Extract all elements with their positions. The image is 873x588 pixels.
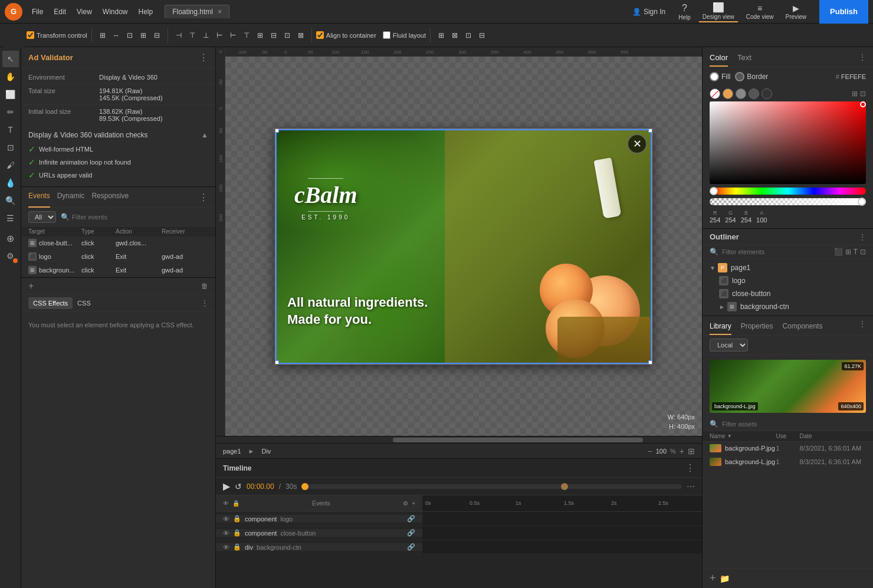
align-tool-4[interactable]: ⊢ [213, 29, 226, 42]
swatch-orange[interactable] [723, 88, 733, 99]
css-tab-effects[interactable]: CSS Effects [28, 297, 73, 309]
transform-control-checkbox[interactable]: Transform control [27, 31, 87, 39]
css-trash-btn[interactable]: 🗑 [201, 282, 208, 290]
zoom-fit[interactable]: ⊞ [688, 446, 695, 456]
assets-add-btn[interactable]: + [710, 572, 716, 584]
swatch-gray[interactable] [736, 88, 746, 99]
swatch-darker[interactable] [762, 88, 772, 99]
align-tool-9[interactable]: ⊡ [281, 29, 294, 42]
align-tool-6[interactable]: ⊤ [240, 29, 253, 42]
assets-folder-btn[interactable]: 📁 [720, 574, 730, 583]
h-scrollbar[interactable] [216, 436, 702, 443]
css-add-btn[interactable]: + [28, 281, 34, 291]
view-tool-2[interactable]: ⊠ [448, 29, 461, 42]
alpha-slider[interactable] [710, 198, 866, 205]
fluid-layout-checkbox[interactable]: Fluid layout [383, 31, 426, 39]
color-tab-text[interactable]: Text [737, 51, 751, 67]
tool-text[interactable]: T [2, 121, 19, 138]
align-container-input[interactable] [316, 31, 324, 39]
swatch-none[interactable] [710, 88, 720, 99]
color-gradient[interactable] [710, 101, 866, 184]
preview-btn[interactable]: ▶ Preview [782, 2, 810, 21]
outliner-menu[interactable]: ⋮ [859, 233, 866, 241]
help-btn[interactable]: ? Help [675, 2, 694, 22]
tree-item-close-button[interactable]: ⬛ close-button [703, 287, 873, 300]
swatch-dark[interactable] [749, 88, 759, 99]
code-view-btn[interactable]: ≡ Code view [743, 2, 777, 21]
assets-search-input[interactable] [722, 421, 866, 428]
timeline-menu[interactable]: ⋮ [685, 462, 695, 474]
align-tool-8[interactable]: ⊟ [267, 29, 280, 42]
events-tab-menu[interactable]: ⋮ [199, 187, 208, 208]
transform-tool-4[interactable]: ⊞ [137, 29, 150, 42]
view-tool-3[interactable]: ⊡ [462, 29, 475, 42]
tool-eyedropper[interactable]: 💧 [2, 175, 19, 191]
track-link-2[interactable]: 🔗 [407, 543, 415, 551]
track-eye-1[interactable]: 👁 [223, 530, 229, 537]
align-tool-7[interactable]: ⊞ [254, 29, 267, 42]
menu-window[interactable]: Window [98, 5, 133, 18]
menu-view[interactable]: View [72, 5, 97, 18]
transform-tool-1[interactable]: ⊞ [96, 29, 109, 42]
tool-hand[interactable]: ☰ [2, 210, 19, 226]
menu-file[interactable]: File [27, 5, 48, 18]
tool-extra-2[interactable]: ⚙ [2, 248, 19, 264]
zoom-minus[interactable]: − [647, 446, 652, 456]
menu-help[interactable]: Help [134, 5, 158, 18]
tool-pan[interactable]: ✋ [2, 68, 19, 85]
track-lock-1[interactable]: 🔒 [233, 529, 241, 537]
track-lock-2[interactable]: 🔒 [233, 543, 241, 551]
track-eye-0[interactable]: 👁 [223, 515, 229, 523]
tree-item-background-ctn[interactable]: ► ⊞ background-ctn [703, 300, 873, 313]
align-tool-3[interactable]: ⊥ [199, 29, 212, 42]
align-tool-1[interactable]: ⊣ [172, 29, 185, 42]
fluid-layout-input[interactable] [383, 31, 390, 39]
checks-header[interactable]: Display & Video 360 validation checks ▲ [21, 127, 215, 143]
hue-slider[interactable] [710, 188, 866, 195]
track-link-0[interactable]: 🔗 [407, 515, 415, 523]
align-tool-5[interactable]: ⊢ [227, 29, 239, 42]
events-tab-responsive[interactable]: Responsive [91, 187, 129, 208]
css-tab-css[interactable]: CSS [73, 297, 96, 309]
sign-in-btn[interactable]: 👤 Sign In [632, 8, 665, 16]
ad-close-btn[interactable]: ✕ [627, 134, 647, 154]
library-tab-library[interactable]: Library [710, 320, 731, 335]
align-container-checkbox[interactable]: Align to container [316, 31, 376, 39]
library-filter-select[interactable]: Local [710, 339, 748, 352]
design-view-btn[interactable]: ⬜ Design view [699, 1, 738, 22]
tree-expand-bg[interactable]: ► [719, 304, 725, 310]
events-search-input[interactable] [72, 213, 208, 221]
tool-shape[interactable]: ⬜ [2, 86, 19, 103]
events-tab-dynamic[interactable]: Dynamic [57, 187, 85, 208]
tree-expand-page1[interactable]: ▼ [710, 265, 716, 271]
color-tab-menu[interactable]: ⋮ [859, 51, 866, 67]
swatch-paste-btn[interactable]: ⊡ [860, 90, 866, 98]
tree-item-logo[interactable]: ⬛ logo [703, 274, 873, 287]
outliner-search-input[interactable] [722, 248, 831, 255]
transform-tool-5[interactable]: ⊟ [150, 29, 163, 42]
library-tab-components[interactable]: Components [782, 320, 822, 335]
file-tab-close[interactable]: × [218, 8, 222, 16]
timeline-loop-btn[interactable]: ↺ [235, 482, 242, 491]
css-panel-menu[interactable]: ⋮ [201, 299, 208, 307]
fill-radio-label[interactable]: Fill [710, 72, 730, 81]
align-tool-10[interactable]: ⊠ [294, 29, 307, 42]
tool-zoom[interactable]: 🔍 [2, 192, 19, 209]
h-scroll-thumb[interactable] [393, 438, 643, 442]
view-tool-1[interactable]: ⊞ [435, 29, 448, 42]
timeline-scrubber[interactable] [301, 484, 682, 489]
zoom-plus[interactable]: + [680, 446, 684, 456]
checks-collapse[interactable]: ▲ [201, 131, 208, 139]
color-tab-color[interactable]: Color [710, 51, 728, 67]
view-tool-4[interactable]: ⊟ [475, 29, 488, 42]
events-filter-select[interactable]: All [28, 211, 56, 223]
align-tool-2[interactable]: ⊤ [186, 29, 199, 42]
timeline-more-btn[interactable]: ⋯ [687, 482, 695, 491]
tool-crop[interactable]: ⊡ [2, 139, 19, 156]
transform-tool-2[interactable]: ↔ [110, 29, 123, 42]
library-tab-properties[interactable]: Properties [741, 320, 773, 335]
tool-pen[interactable]: ✏ [2, 104, 19, 120]
events-tab-events[interactable]: Events [28, 187, 50, 208]
timeline-play-btn[interactable]: ▶ [223, 481, 230, 492]
canvas-viewport[interactable]: cBalm EST. 1990 All natural ingredients.… [225, 57, 702, 436]
